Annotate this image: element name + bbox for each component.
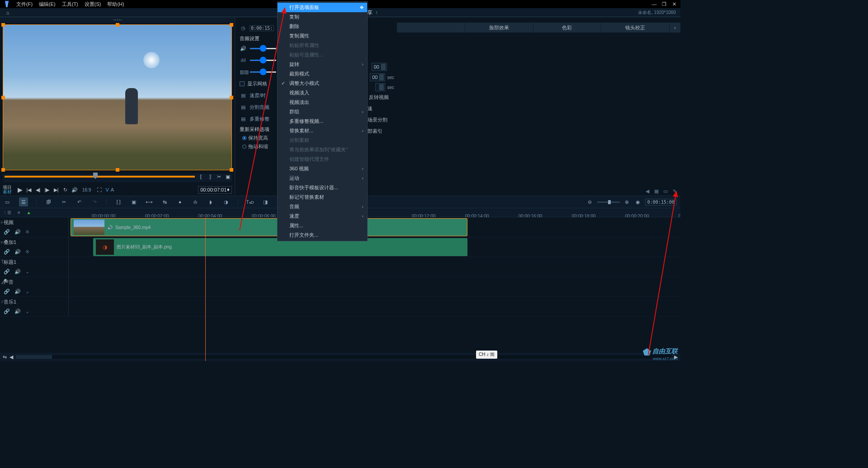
visibility-icon[interactable]: ※ — [25, 229, 29, 235]
zoom-out-icon[interactable]: ⊖ — [586, 198, 594, 206]
snapshot-icon[interactable]: ▣ — [130, 198, 137, 206]
crop-handle-icon[interactable] — [230, 23, 233, 27]
ctx-open-folder[interactable]: 打开文件夹... — [278, 230, 367, 240]
menu-help[interactable]: 帮助(H) — [107, 1, 124, 8]
track-lane-music[interactable] — [69, 297, 680, 317]
title-icon[interactable]: T₃ᴅ — [246, 198, 254, 206]
ctx-video-fadeout[interactable]: 视频淡出 — [278, 98, 367, 107]
track-header-video[interactable]: ▹ 视频 🔗🔊※ — [0, 217, 69, 237]
timecode-display[interactable]: 00:00:07:01♦ — [198, 186, 232, 194]
home-button[interactable]: |◀ — [26, 187, 32, 193]
trim-range[interactable] — [5, 176, 195, 178]
end-button[interactable]: ▶| — [53, 187, 59, 193]
add-track-icon[interactable]: ▲ — [27, 210, 31, 215]
shift-icon[interactable]: ↹ — [161, 198, 168, 206]
fit-icon[interactable]: ◉ — [634, 198, 642, 206]
track-header-title[interactable]: T 标题1 🔗🔊⌄ — [0, 257, 69, 277]
track-lane-video[interactable]: 🔊 Sample_360.mp4 — [69, 217, 680, 237]
storyboard-view-icon[interactable]: ▭ — [4, 198, 11, 206]
ctx-audio[interactable]: 音频 — [278, 202, 367, 211]
track-height-icon[interactable]: ≡ — [18, 210, 20, 215]
expand-icon[interactable]: ⌄ — [25, 309, 29, 314]
sb-handle-icon[interactable]: ⇋ — [3, 354, 7, 360]
track-lane-voice[interactable] — [69, 277, 680, 297]
fadein-value[interactable]: 00 — [372, 63, 387, 71]
playback-mode[interactable]: 项目 素材 — [3, 185, 12, 194]
value-sec2[interactable] — [375, 83, 385, 91]
ctx-resize-mode[interactable]: 调整大小模式 — [278, 79, 367, 88]
minimize-icon[interactable]: — — [651, 1, 657, 7]
clip-video[interactable]: 🔊 Sample_360.mp4 — [71, 218, 467, 236]
chapter-icon[interactable]: ◑ — [222, 198, 230, 206]
panel-prev-icon[interactable]: ◀ — [644, 188, 651, 195]
ctx-replace-clip[interactable]: 替换素材... — [278, 126, 367, 136]
timeline-view-icon[interactable]: ☰ — [19, 197, 28, 206]
sb-left-icon[interactable]: ◀ — [9, 354, 13, 360]
play-button[interactable]: ▶ — [17, 186, 23, 193]
ctx-group[interactable]: 群组 — [278, 107, 367, 117]
grid-checkbox[interactable] — [240, 81, 245, 86]
ctx-open-options[interactable]: 打开选项面板✥ — [278, 3, 367, 12]
panel-edit-icon[interactable]: ✎ — [671, 188, 678, 195]
crop-handle-icon[interactable] — [230, 168, 233, 172]
link-icon[interactable]: 🔗 — [4, 269, 10, 275]
speed-time-btn[interactable]: 速度/时 — [250, 92, 266, 99]
link-icon[interactable]: 🔗 — [4, 289, 10, 295]
undo-icon[interactable]: ↶ — [75, 198, 83, 206]
rtab-more-icon[interactable]: › — [670, 23, 680, 32]
ctx-properties[interactable]: 属性... — [278, 221, 367, 230]
subtitle-icon[interactable]: ◨ — [262, 198, 269, 206]
panel-view1-icon[interactable]: ▦ — [653, 188, 660, 195]
ctx-template-designer[interactable]: 影音快手模板设计器... — [278, 183, 367, 192]
ctx-delete[interactable]: 删除 — [278, 22, 367, 31]
volume-button[interactable]: 🔊 — [71, 187, 77, 193]
rtab-color[interactable]: 色彩 — [533, 23, 601, 32]
prev-frame-button[interactable]: ◀| — [35, 187, 41, 193]
zoom-in-icon[interactable]: ⊕ — [623, 198, 631, 206]
rtab-lens[interactable]: 镜头校正 — [601, 23, 669, 32]
home-icon[interactable]: ⌂ — [4, 10, 12, 15]
crop-handle-icon[interactable] — [1, 168, 5, 172]
multitrim-btn[interactable]: 多重修整 — [250, 116, 269, 122]
track-header-overlay[interactable]: ▹ 叠加1 🔗🔊※ — [0, 237, 69, 257]
link-icon[interactable]: 🔗 — [4, 249, 10, 255]
playhead[interactable] — [205, 217, 206, 361]
mute-icon[interactable]: 🔊 — [14, 249, 21, 255]
volume-slider[interactable] — [250, 48, 277, 49]
redo-icon[interactable]: ↷ — [91, 198, 98, 206]
panel-view2-icon[interactable]: ▭ — [662, 188, 669, 195]
cut-icon[interactable]: ✂ — [60, 198, 67, 206]
track-header-music[interactable]: ♪ 音乐1 🔗🔊⌄ — [0, 297, 69, 317]
duration-box[interactable]: 0:00:15: — [250, 25, 274, 31]
expand-icon[interactable]: ⌄ — [25, 269, 29, 275]
eq-slider[interactable] — [250, 71, 277, 73]
mixer-icon[interactable]: ılı — [192, 198, 199, 206]
rtab-face[interactable]: 脸部效果 — [465, 23, 533, 32]
preview-viewport[interactable] — [3, 24, 232, 170]
next-frame-button[interactable]: |▶ — [44, 187, 50, 193]
value-sec1[interactable]: 00 — [370, 73, 385, 81]
close-icon[interactable]: ✕ — [671, 1, 677, 7]
menu-settings[interactable]: 设置(S) — [85, 1, 101, 8]
link-icon[interactable]: 🔗 — [4, 309, 10, 314]
playhead-marker-icon[interactable] — [93, 173, 98, 179]
rtab-hidden1[interactable] — [397, 23, 465, 32]
track-header-voice[interactable]: 🎤 声音 🔗🔊⌄ — [0, 277, 69, 297]
aspect-ratio[interactable]: 16:9 — [82, 187, 91, 192]
ripple-icon[interactable]: ⟷ — [146, 198, 153, 206]
crop-handle-icon[interactable] — [116, 23, 119, 27]
track-lane-title[interactable] — [69, 257, 680, 277]
level-slider[interactable] — [250, 60, 277, 61]
playback-mode-clip[interactable]: 素材 — [3, 190, 12, 194]
zoom-slider[interactable] — [597, 201, 620, 203]
crop-handle-icon[interactable] — [116, 168, 119, 172]
visibility-icon[interactable]: ※ — [25, 249, 29, 255]
ctx-speed[interactable]: 速度 — [278, 211, 367, 221]
ctx-mark-replaceable[interactable]: 标记可替换素材 — [278, 192, 367, 202]
track-lane-overlay[interactable]: ◑ 图片素材03_副本_副本.png — [69, 237, 680, 257]
marker-icon[interactable]: ◗ — [207, 198, 214, 206]
maximize-icon[interactable]: ❐ — [661, 1, 667, 7]
mute-icon[interactable]: 🔊 — [14, 309, 21, 314]
mark-out-icon[interactable]: ⟧ — [207, 174, 213, 180]
crop-handle-icon[interactable] — [1, 96, 5, 99]
